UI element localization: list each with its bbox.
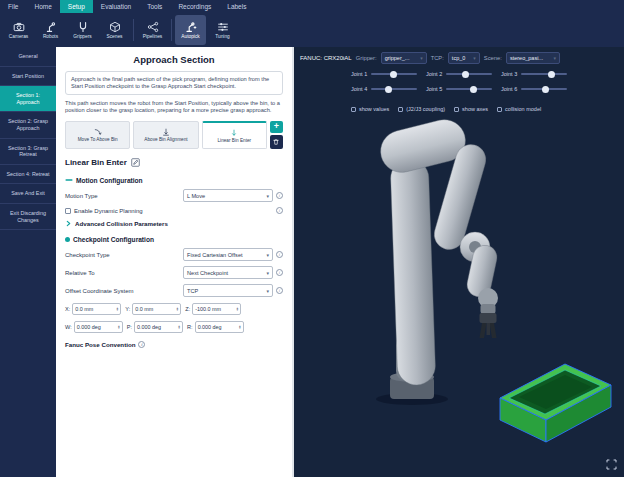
menu-item-file[interactable]: File [0, 0, 26, 13]
tuning-icon [217, 21, 229, 33]
sidebar-item-general[interactable]: General [0, 47, 56, 67]
motion-type-select[interactable]: L Move ▾ [183, 189, 273, 202]
toolbar-item-tuning[interactable]: Tuning [207, 15, 238, 45]
joint-4-slider[interactable] [371, 88, 417, 90]
select-value: TCP [187, 288, 198, 294]
relative-to-select[interactable]: Next Checkpoint ▾ [183, 266, 273, 279]
offset-x-input[interactable]: 0.0 mm ▴▾ [72, 303, 121, 315]
offset-z-input[interactable]: -100.0 mm ▴▾ [192, 303, 241, 315]
dynamic-planning-checkbox[interactable] [65, 208, 71, 214]
show-values-checkbox[interactable] [351, 107, 356, 112]
joint-5-label: Joint 5 [426, 86, 442, 92]
info-icon[interactable]: i [276, 207, 283, 214]
pose-convention-label: Fanuc Pose Convention [65, 341, 135, 348]
joint-sliders: Joint 1 Joint 2 Joint 3 Joint 4 Joint 5 … [351, 71, 567, 92]
joint-3-slider[interactable] [521, 73, 567, 75]
show-axes-checkbox[interactable] [454, 107, 459, 112]
offset-p-input[interactable]: 0.000 deg ▴▾ [134, 321, 183, 333]
sidebar-item-start-position[interactable]: Start Position [0, 67, 56, 87]
slider-handle[interactable] [542, 86, 549, 93]
offset-w-input[interactable]: 0.000 deg ▴▾ [74, 321, 123, 333]
step-actions: + [270, 121, 283, 149]
sidebar-item-section-4-retreat[interactable]: Section 4: Retreat [0, 165, 56, 185]
step-tab-move-to-above-bin[interactable]: Move To Above Bin [65, 121, 130, 149]
spinner-icons[interactable]: ▴▾ [177, 307, 179, 313]
offset-r-input[interactable]: 0.000 deg ▴▾ [195, 321, 244, 333]
slider-handle[interactable] [470, 86, 477, 93]
sidebar-item-section-2-grasp-approach[interactable]: Section 2: Grasp Approach [0, 112, 56, 138]
spinner-icons[interactable]: ▴▾ [117, 307, 119, 313]
delete-step-button[interactable] [270, 135, 283, 149]
info-icon[interactable]: i [276, 192, 283, 199]
toolbar-item-cameras[interactable]: Cameras [3, 15, 34, 45]
option-j2-j3-coupling[interactable]: (J2/J3 coupling) [398, 106, 445, 112]
slider-handle[interactable] [385, 86, 392, 93]
gripper-label: Gripper: [356, 55, 377, 61]
menu-item-recordings[interactable]: Recordings [170, 0, 219, 13]
sidebar-item-exit-discarding-changes[interactable]: Exit Discarding Changes [0, 204, 56, 230]
toolbar-item-grippers[interactable]: Grippers [67, 15, 98, 45]
toolbar-item-robots[interactable]: Robots [35, 15, 66, 45]
robot-3d-viewport[interactable]: FANUC: CRX20iAL Gripper: gripper_... ▾ T… [294, 47, 624, 477]
toolbar-item-pipelines[interactable]: Pipelines [137, 15, 168, 45]
collapse-minus-icon[interactable] [65, 176, 73, 184]
info-icon[interactable]: i [276, 287, 283, 294]
toolbar-item-label: Grippers [73, 34, 91, 39]
edit-pencil-icon[interactable] [131, 158, 140, 167]
motion-configuration-header[interactable]: Motion Configuration [65, 176, 283, 184]
option-show-axes[interactable]: show axes [454, 106, 488, 112]
joint-1-slider[interactable] [371, 73, 417, 75]
chevron-down-icon: ▾ [266, 193, 269, 199]
option-show-values[interactable]: show values [351, 106, 389, 112]
spinner-icons[interactable]: ▴▾ [239, 325, 241, 331]
spinner-icons[interactable]: ▴▾ [118, 325, 120, 331]
scene-select[interactable]: stereo_pasi... ▾ [506, 52, 560, 64]
toolbar-item-autopick[interactable]: Autopick [175, 15, 206, 45]
option-collision-model[interactable]: collision model [497, 106, 541, 112]
offset-coordinate-system-select[interactable]: TCP ▾ [183, 284, 273, 297]
fit-view-icon [606, 459, 617, 470]
step-tab-linear-bin-enter[interactable]: Linear Bin Enter [202, 121, 267, 149]
info-icon[interactable]: i [276, 251, 283, 258]
offset-x-label: X: [65, 306, 70, 312]
menu-item-labels[interactable]: Labels [219, 0, 254, 13]
menu-item-tools[interactable]: Tools [139, 0, 170, 13]
menu-item-evaluation[interactable]: Evaluation [93, 0, 139, 13]
application-window: File Home Setup Evaluation Tools Recordi… [0, 0, 624, 477]
spinner-icons[interactable]: ▴▾ [237, 307, 239, 313]
joint-2-slider[interactable] [446, 73, 492, 75]
offset-y-input[interactable]: 0.0 mm ▴▾ [132, 303, 181, 315]
j2-j3-coupling-checkbox[interactable] [398, 107, 403, 112]
joint-5-slider[interactable] [446, 88, 492, 90]
slider-handle[interactable] [390, 71, 397, 78]
joint-6-slider[interactable] [521, 88, 567, 90]
dynamic-planning-row: Enable Dynamic Planning i [65, 207, 283, 214]
checkpoint-type-select[interactable]: Fixed Cartesian Offset ▾ [183, 248, 273, 261]
info-icon[interactable]: i [138, 341, 145, 348]
step-tab-above-bin-alignment[interactable]: Above Bin Alignment [133, 121, 198, 149]
spinner-icons[interactable]: ▴▾ [178, 325, 180, 331]
joint-6-row: Joint 6 [501, 86, 567, 92]
offset-p-field: P: 0.000 deg ▴▾ [127, 321, 183, 333]
add-step-button[interactable]: + [270, 121, 283, 133]
sidebar-item-save-and-exit[interactable]: Save And Exit [0, 184, 56, 204]
joint-2-label: Joint 2 [426, 71, 442, 77]
menu-item-home[interactable]: Home [26, 0, 59, 13]
fit-view-button[interactable] [606, 459, 617, 470]
advanced-collision-parameters-toggle[interactable]: Advanced Collision Parameters [65, 220, 283, 227]
joint-4-label: Joint 4 [351, 86, 367, 92]
slider-handle[interactable] [462, 71, 469, 78]
gripper-select[interactable]: gripper_... ▾ [381, 52, 427, 64]
menu-item-setup[interactable]: Setup [60, 0, 93, 13]
sidebar-item-section-1-approach[interactable]: Section 1: Approach [0, 86, 56, 112]
collision-model-checkbox[interactable] [497, 107, 502, 112]
tcp-select[interactable]: tcp_0 ▾ [448, 52, 480, 64]
motion-type-row: Motion Type L Move ▾ i [65, 189, 283, 202]
offset-z-label: Z: [185, 306, 190, 312]
toolbar-item-scenes[interactable]: Scenes [99, 15, 130, 45]
checkpoint-configuration-header[interactable]: Checkpoint Configuration [65, 236, 283, 243]
robot-name-label: FANUC: CRX20iAL [300, 55, 352, 61]
info-icon[interactable]: i [276, 269, 283, 276]
slider-handle[interactable] [548, 71, 555, 78]
sidebar-item-section-3-grasp-retreat[interactable]: Section 3: Grasp Retreat [0, 139, 56, 165]
